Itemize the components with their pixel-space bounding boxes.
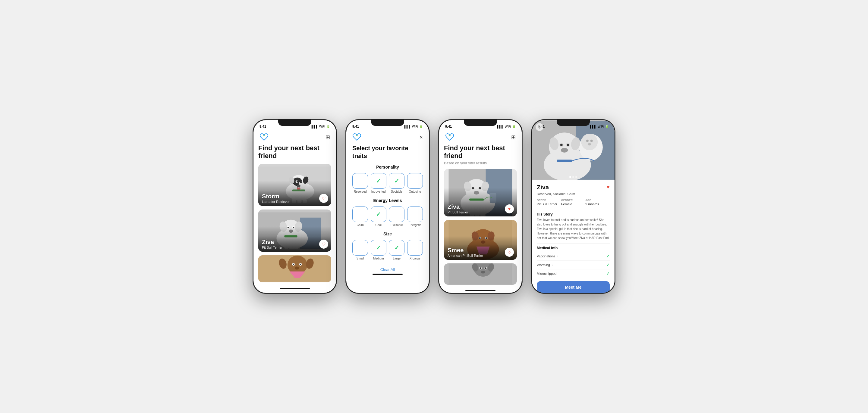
trait-box-medium[interactable]: ✓ <box>371 240 386 255</box>
vaccination-chevron: › <box>557 255 558 258</box>
status-time-3: 9:41 <box>445 125 452 128</box>
vaccination-left: Vaccinations › <box>537 254 558 258</box>
trait-box-sociable[interactable]: ✓ <box>389 173 404 189</box>
trait-box-calm[interactable] <box>352 207 368 222</box>
results-subtitle: Based on your filter results <box>444 161 517 165</box>
trait-box-introverted[interactable]: ✓ <box>371 173 386 189</box>
trait-large[interactable]: ✓ Large <box>389 240 405 260</box>
phone-2: 9:41 ▌▌▌ WiFi 🔋 × Select your favorit <box>345 119 430 294</box>
clear-all-button[interactable]: Clear All <box>352 267 423 272</box>
microchipped-left: Microchipped <box>537 272 556 275</box>
smee-illustration-partial <box>258 255 331 282</box>
filter-title: Select your favorite traits <box>352 144 423 160</box>
gender-info: Gender Female <box>561 199 586 206</box>
trait-medium[interactable]: ✓ Medium <box>371 240 387 260</box>
logo-3 <box>445 133 454 142</box>
medical-row-worming[interactable]: Worming › ✓ <box>537 261 610 269</box>
logo-1 <box>259 133 269 142</box>
dot-1 <box>569 176 571 178</box>
trait-label-calm: Calm <box>357 223 364 227</box>
pet-card-storm[interactable]: Storm Labrador Retriever ♡ <box>258 164 331 206</box>
medical-row-vaccinations[interactable]: Vaccinations › ✓ <box>537 252 610 261</box>
svg-point-86 <box>588 143 591 146</box>
trait-label-large: Large <box>393 257 401 260</box>
result-card-smee[interactable]: Smee American Pit Bull Terrier ♡ <box>444 220 517 260</box>
trait-label-introverted: Introverted <box>371 190 386 193</box>
trait-box-cool[interactable]: ✓ <box>371 207 386 222</box>
dot-2 <box>572 176 574 178</box>
storm-name: Storm <box>262 193 328 200</box>
worming-left: Worming › <box>537 263 553 267</box>
trait-energetic[interactable]: Energetic <box>407 207 423 227</box>
age-value: 9 months <box>585 202 610 206</box>
svg-point-77 <box>481 271 485 274</box>
meet-me-button[interactable]: Meet Me <box>537 281 610 293</box>
trait-box-large[interactable]: ✓ <box>389 240 404 255</box>
wifi-icon: WiFi <box>319 125 325 128</box>
trait-outgoing[interactable]: Outgoing <box>407 173 423 193</box>
trait-label-energetic: Energetic <box>409 223 421 227</box>
trait-box-excitable[interactable] <box>389 207 404 222</box>
ziva-name: Ziva <box>262 239 328 246</box>
check-large: ✓ <box>394 244 399 251</box>
filter-icon-3[interactable]: ⊞ <box>511 134 516 141</box>
ziva-heart-btn[interactable]: ♡ <box>319 240 328 249</box>
trait-sociable[interactable]: ✓ Sociable <box>389 173 405 193</box>
detail-info-grid: Breed Pit Bull Terrier Gender Female Age… <box>537 199 610 209</box>
trait-label-outgoing: Outgoing <box>409 190 421 193</box>
dot-3 <box>575 176 577 178</box>
trait-box-reserved[interactable] <box>352 173 368 189</box>
age-label: Age <box>585 199 610 202</box>
trait-box-small[interactable] <box>352 240 368 255</box>
svg-point-83 <box>581 134 598 150</box>
result-card-ziva[interactable]: Ziva Pit Bull Terrier ♥ <box>444 169 517 216</box>
trait-small[interactable]: Small <box>352 240 368 260</box>
gender-label: Gender <box>561 199 586 202</box>
svg-point-85 <box>590 140 593 142</box>
phone-1-inner: 9:41 ▌▌▌ WiFi 🔋 ⊞ F <box>253 120 336 293</box>
trait-excitable[interactable]: Excitable <box>389 207 405 227</box>
medical-row-microchipped[interactable]: Microchipped ✓ <box>537 269 610 278</box>
trait-xlarge[interactable]: X-Large <box>407 240 423 260</box>
phone-3: 9:41 ▌▌▌ WiFi 🔋 ⊞ Find your next best <box>438 119 523 294</box>
pet-card-smee-partial[interactable] <box>258 255 331 282</box>
phone-4-inner: 9:41 ▌▌▌ WiFi 🔋 <box>532 120 615 293</box>
notch-3 <box>464 119 497 126</box>
smee-result-heart[interactable]: ♡ <box>505 248 514 257</box>
pet-card-ziva[interactable]: Ziva Pit Bull Terrier ♡ <box>258 209 331 252</box>
battery-icon-4: 🔋 <box>605 125 609 128</box>
trait-box-xlarge[interactable] <box>407 240 423 255</box>
close-icon-filter[interactable]: × <box>420 134 423 141</box>
trait-introverted[interactable]: ✓ Introverted <box>371 173 387 193</box>
trait-reserved[interactable]: Reserved <box>352 173 368 193</box>
notch-4 <box>557 119 590 126</box>
result-card-gray[interactable] <box>444 264 517 284</box>
filter-icon-1[interactable]: ⊞ <box>326 134 330 141</box>
results-title: Find your next best friend <box>444 144 517 160</box>
medical-section: Medical Info Vaccinations › ✓ Worm <box>537 243 610 278</box>
status-icons-1: ▌▌▌ WiFi 🔋 <box>312 125 330 128</box>
detail-heart-icon[interactable]: ♥ <box>607 184 610 190</box>
check-cool: ✓ <box>376 211 381 218</box>
battery-icon: 🔋 <box>327 125 330 128</box>
trait-box-outgoing[interactable] <box>407 173 423 189</box>
trait-calm[interactable]: Calm <box>352 207 368 227</box>
detail-screen: ‹ Ziva ♥ Reserved, Sociable, <box>532 120 615 293</box>
trait-box-energetic[interactable] <box>407 207 423 222</box>
signal-icon-2: ▌▌▌ <box>404 125 411 128</box>
ziva-result-name: Ziva <box>447 204 513 210</box>
trait-label-xlarge: X-Large <box>410 257 421 260</box>
check-medium: ✓ <box>376 244 381 251</box>
breed-label: Breed <box>537 199 561 202</box>
wifi-icon-3: WiFi <box>505 125 511 128</box>
trait-cool[interactable]: ✓ Cool <box>371 207 387 227</box>
status-time-2: 9:41 <box>352 125 359 128</box>
svg-rect-94 <box>557 160 572 162</box>
storm-heart-btn[interactable]: ♡ <box>319 194 328 203</box>
svg-point-76 <box>485 267 487 269</box>
phone-3-inner: 9:41 ▌▌▌ WiFi 🔋 ⊞ Find your next best <box>439 120 522 293</box>
notch-2 <box>371 119 404 126</box>
battery-icon-2: 🔋 <box>419 125 423 128</box>
smee-result-breed: American Pit Bull Terrier <box>447 254 513 257</box>
back-button[interactable]: ‹ <box>535 123 544 131</box>
